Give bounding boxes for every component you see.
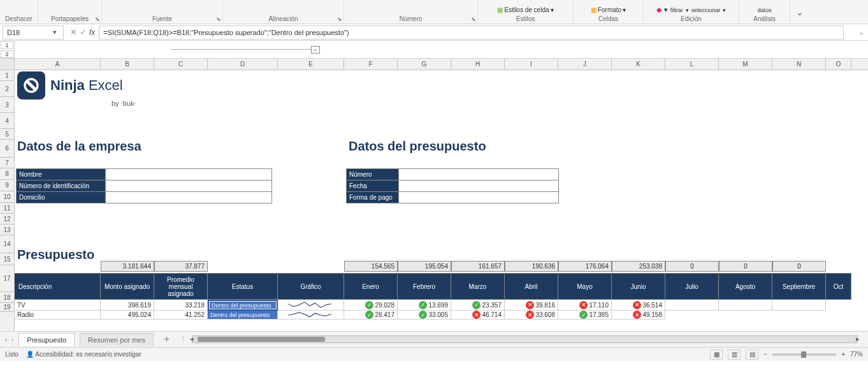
cell-empty[interactable]	[665, 300, 719, 311]
row-header[interactable]: 3	[0, 97, 14, 113]
row-header[interactable]: 14	[0, 235, 14, 253]
accessibility-status[interactable]: 👤 Accesibilidad: es necesario investigar	[26, 351, 141, 358]
outline-collapse-button[interactable]: −	[311, 46, 320, 54]
zoom-in-button[interactable]: +	[841, 351, 845, 358]
col-header[interactable]: H	[451, 59, 505, 70]
zoom-level[interactable]: 77%	[850, 351, 863, 358]
row-header[interactable]: 12	[0, 214, 14, 224]
cell-amount[interactable]: 495.024	[101, 311, 154, 320]
select-label[interactable]: seleccionar	[691, 7, 721, 13]
cell-desc[interactable]: Radio	[15, 311, 101, 320]
row-header[interactable]: 17	[0, 265, 14, 292]
ribbon-collapse-button[interactable]: ⌄	[790, 0, 809, 24]
tab-split-icon[interactable]: ⋮	[180, 335, 187, 344]
formula-input[interactable]: =SI(SUMA(F18:Q18)>=B18;"Presupuesto supe…	[99, 26, 844, 40]
cell-month[interactable]: ✓23.357	[451, 300, 505, 311]
budget-payment-value[interactable]	[399, 192, 558, 203]
zoom-out-button[interactable]: −	[763, 351, 767, 358]
view-normal-button[interactable]: ▦	[710, 350, 723, 360]
cell-status[interactable]: Dentro del presupuesto	[208, 311, 278, 320]
row-header[interactable]: 4	[0, 113, 14, 129]
cell-empty[interactable]	[772, 300, 826, 311]
cell-desc[interactable]: TV	[15, 300, 101, 311]
cell-styles-button[interactable]: ▦ Estilos de celda ▾	[495, 6, 556, 14]
data-button[interactable]: datos	[755, 6, 774, 14]
cell-month[interactable]: ✕39.816	[505, 300, 558, 311]
name-box[interactable]: D18 ▾	[3, 26, 64, 40]
cell-empty[interactable]	[719, 300, 772, 311]
row-header[interactable]: 13	[0, 224, 14, 235]
row-header[interactable]: 2	[0, 81, 14, 97]
col-header[interactable]: F	[344, 59, 398, 70]
sheet-tab[interactable]: Resumen por mes	[80, 333, 154, 346]
view-pagelayout-button[interactable]: ▥	[728, 350, 741, 360]
font-launcher-icon[interactable]: ⬊	[216, 16, 221, 22]
col-header[interactable]: A	[15, 59, 101, 70]
accept-formula-icon[interactable]: ✓	[80, 27, 87, 37]
row-header[interactable]: 8	[0, 168, 14, 180]
filter-label[interactable]: filtrar	[670, 7, 683, 13]
cell-avg[interactable]: 41.252	[154, 311, 208, 320]
budget-number-value[interactable]	[399, 169, 558, 180]
col-header[interactable]: O	[826, 59, 851, 70]
row-header[interactable]: 1	[0, 70, 14, 81]
clipboard-launcher-icon[interactable]: ⬊	[95, 16, 100, 22]
col-header[interactable]: K	[612, 59, 665, 70]
cell-month[interactable]: ✕33.608	[505, 311, 558, 320]
tab-prev-icon[interactable]: ‹	[5, 335, 8, 343]
zoom-slider[interactable]	[772, 353, 836, 356]
outline-level-2[interactable]: 2	[1, 50, 13, 58]
col-header[interactable]: N	[772, 59, 826, 70]
row-header[interactable]: 7	[0, 158, 14, 168]
number-launcher-icon[interactable]: ⬊	[471, 16, 476, 22]
col-header[interactable]: B	[101, 59, 154, 70]
row-header[interactable]: 6	[0, 140, 14, 158]
company-id-value[interactable]	[106, 180, 271, 191]
row-header[interactable]: 18	[0, 292, 14, 303]
cell-month[interactable]: ✕36.514	[612, 300, 665, 311]
cell-month[interactable]: ✓13.699	[398, 300, 451, 311]
col-header[interactable]: L	[665, 59, 719, 70]
cancel-formula-icon[interactable]: ✕	[70, 27, 77, 37]
row-header[interactable]: 15	[0, 253, 14, 265]
formula-expand-icon[interactable]: ⌄	[857, 28, 865, 36]
scroll-right-icon[interactable]: ▸	[856, 335, 860, 343]
cell-month[interactable]: ✓33.005	[398, 311, 451, 320]
company-name-value[interactable]	[106, 169, 271, 180]
sheet-tab-active[interactable]: Presupuesto	[18, 333, 75, 346]
name-box-dropdown-icon[interactable]: ▾	[50, 28, 59, 36]
row-header[interactable]: 9	[0, 180, 14, 191]
cell-month[interactable]: ✓29.028	[344, 300, 398, 311]
tab-next-icon[interactable]: ›	[11, 335, 14, 343]
cell-avg[interactable]: 33.218	[154, 300, 208, 311]
cell-month[interactable]: ✕49.158	[612, 311, 665, 320]
scrollbar-thumb[interactable]	[198, 337, 325, 342]
row-header[interactable]: 11	[0, 203, 14, 214]
cell-month[interactable]: ✕46.714	[451, 311, 505, 320]
company-address-value[interactable]	[106, 192, 271, 203]
budget-date-value[interactable]	[399, 180, 558, 191]
cell-month[interactable]: ✓17.385	[558, 311, 612, 320]
format-button[interactable]: ▦ Formato ▾	[588, 6, 628, 14]
cell-month[interactable]: ✓28.417	[344, 311, 398, 320]
view-pagebreak-button[interactable]: ▤	[746, 350, 758, 360]
cell-month[interactable]: ✕17.110	[558, 300, 612, 311]
outline-level-1[interactable]: 1	[1, 41, 13, 49]
col-header[interactable]: M	[719, 59, 772, 70]
col-header[interactable]: J	[558, 59, 612, 70]
select-all-corner[interactable]	[0, 59, 15, 70]
row-header[interactable]: 5	[0, 129, 14, 140]
clear-icon[interactable]: ◆	[656, 6, 662, 14]
col-header[interactable]: C	[154, 59, 208, 70]
alignment-launcher-icon[interactable]: ⬊	[337, 16, 342, 22]
add-sheet-button[interactable]: +	[159, 334, 175, 345]
row-header[interactable]: 10	[0, 191, 14, 203]
col-header[interactable]: I	[505, 59, 558, 70]
cell-status-selected[interactable]: Dentro del presupuesto	[208, 300, 278, 311]
fx-icon[interactable]: fx	[89, 28, 95, 37]
col-header[interactable]: E	[278, 59, 344, 70]
horizontal-scrollbar[interactable]: ◂ ▸	[192, 335, 858, 343]
zoom-thumb[interactable]	[801, 351, 806, 358]
scroll-left-icon[interactable]: ◂	[190, 335, 194, 343]
cell-amount[interactable]: 398.619	[101, 300, 154, 311]
